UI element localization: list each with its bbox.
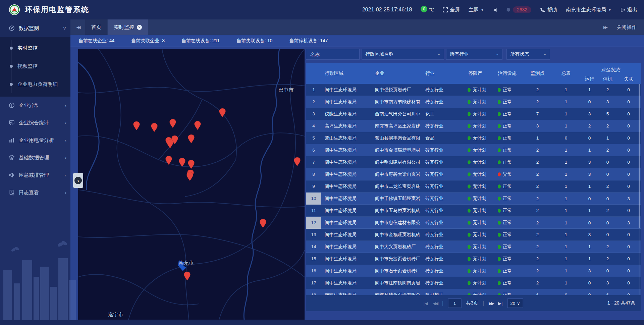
company-cell: 阆中大兴页岩机砖厂	[372, 244, 422, 250]
sidebar-item-logs[interactable]: 日志查看‹	[0, 184, 70, 201]
region-cell: 阆中生态环境局	[321, 268, 372, 274]
map-pin-icon[interactable]	[165, 156, 172, 165]
notification-count-badge: 2632	[513, 6, 531, 13]
table-row[interactable]: 5营山生态环境局营山县润丰肉食品有限食品无计划正常10010	[306, 132, 641, 144]
tabs-scroll-left-button[interactable]: ◀◀	[70, 19, 85, 35]
table-row[interactable]: 8阆中生态环境局阆中市枣碧大梁山页岩砖瓦行业无计划异常21300	[306, 168, 641, 180]
fullscreen-button[interactable]: 全屏	[443, 7, 460, 13]
industry-filter-select[interactable]: 所有行业 ∨	[446, 49, 502, 60]
limit-status-cell: 无计划	[463, 232, 493, 238]
page-size-select[interactable]: 20 ∨	[507, 299, 523, 308]
tab-home[interactable]: 首页	[85, 19, 107, 35]
monitor-point-cell: 2	[523, 160, 552, 165]
table-row[interactable]: 6阆中生态环境局阆中市金博瑞新型墙材砖瓦行业无计划正常21120	[306, 144, 641, 156]
sidebar-subitem-video[interactable]: 视频监控	[0, 57, 70, 75]
map-panel[interactable]: 巴中市南充市遂宁市 ‹	[78, 49, 305, 320]
green-dot-icon	[498, 112, 501, 116]
sidebar-item-company-stats[interactable]: 企业综合统计‹	[0, 114, 70, 131]
map-pin-icon[interactable]	[186, 172, 194, 181]
sidebar-item-emergency[interactable]: 应急减排管理‹	[0, 166, 70, 184]
sidebar-subitem-power-load[interactable]: 企业电力负荷明细	[0, 75, 70, 93]
table-row[interactable]: 3仪陇生态环境局西南油气田分公司川中化工无计划正常71350	[306, 108, 641, 120]
chevron-down-icon: ▼	[481, 8, 484, 12]
logout-button[interactable]: 退出	[620, 7, 637, 13]
status-filter-select[interactable]: 所有状态 ∨	[506, 49, 550, 60]
name-filter-input[interactable]	[310, 51, 356, 57]
sidebar-item-data-monitor[interactable]: 数据监测∨	[0, 19, 70, 37]
map-pin-icon[interactable]	[151, 123, 158, 132]
limit-status-cell: 无计划	[463, 244, 493, 250]
table-scrollbar[interactable]	[639, 84, 640, 295]
meter-cell: 1	[552, 244, 580, 249]
map-pin-icon[interactable]	[187, 160, 195, 169]
name-filter-field[interactable]	[306, 49, 360, 60]
run-count-cell: 0	[580, 220, 599, 225]
org-dropdown[interactable]: 南充市生态环境局▼	[566, 7, 611, 13]
pagination-range-label: 1 - 20 共47条	[607, 300, 635, 306]
mute-button[interactable]	[493, 8, 497, 12]
page-number-input[interactable]	[448, 299, 462, 308]
map-pin-icon[interactable]	[183, 271, 191, 281]
sidebar-subitem-realtime[interactable]: 实时监控	[0, 39, 70, 57]
scrollbar-thumb[interactable]	[639, 84, 640, 228]
map-pin-icon[interactable]	[259, 219, 267, 228]
prev-page-button[interactable]: ◀◀	[433, 301, 437, 306]
map-pin-icon[interactable]	[219, 108, 226, 117]
table-row[interactable]: 1阆中生态环境局阆中强锐页岩砖厂砖瓦行业无计划正常21120	[306, 84, 641, 96]
temperature-badge: 0 ℃	[421, 7, 434, 12]
table-row[interactable]: 13阆中生态环境局阆中市金福旺页岩机砖砖瓦行业无计划正常21300	[306, 229, 641, 241]
lost-count-cell: 0	[616, 172, 641, 177]
sidebar-item-company-abnormal[interactable]: 企业异常‹	[0, 97, 70, 114]
last-page-button[interactable]: ▶|	[498, 301, 502, 306]
table-row[interactable]: 2阆中生态环境局阆中市南方节能建材有砖瓦行业无计划正常21030	[306, 96, 641, 108]
industry-cell: 砖瓦行业	[422, 123, 463, 129]
first-page-button[interactable]: |◀	[424, 301, 428, 306]
table-row[interactable]: 7阆中生态环境局阆中明阳建材有限公司砖瓦行业无计划正常21300	[306, 156, 641, 168]
tabs-scroll-right-button[interactable]: ▶▶	[603, 25, 608, 30]
map-pin-icon[interactable]	[169, 119, 176, 128]
run-count-cell: 1	[580, 208, 599, 213]
map-pin-icon[interactable]	[293, 157, 301, 166]
green-dot-icon	[498, 197, 501, 201]
region-cell: 阆中生态环境局	[321, 220, 372, 226]
row-index-cell: 1	[306, 87, 321, 92]
green-dot-icon	[498, 136, 501, 140]
region-cell: 南部生态环境局	[321, 292, 372, 295]
table-row[interactable]: 18南部生态环境局南部县砖化页岩有限公建材加工无计划正常60060	[306, 289, 641, 295]
next-page-button[interactable]: ▶▶	[489, 301, 493, 306]
facility-status-cell: 正常	[493, 268, 523, 274]
table-row[interactable]: 4高坪生态环境局南充市高坪区王家店建砖瓦行业无计划正常31220	[306, 120, 641, 132]
industry-cell: 砖瓦行业	[422, 196, 463, 202]
company-cell: 阆中明阳建材有限公司	[372, 159, 422, 165]
help-button[interactable]: 帮助	[540, 7, 557, 13]
close-operations-button[interactable]: 关闭操作	[616, 24, 637, 31]
notification-button[interactable]: 2632	[506, 6, 531, 13]
table-row[interactable]: 12阆中生态环境局阆中市忠信建材有限公砖瓦行业无计划正常21003	[306, 217, 641, 229]
sidebar-item-base-data[interactable]: 基础数据管理‹	[0, 149, 70, 166]
region-cell: 阆中生态环境局	[321, 99, 372, 105]
limit-status-cell: 无计划	[463, 196, 493, 202]
table-row[interactable]: 15阆中生态环境局阆中市光富页岩机砖厂砖瓦行业无计划正常21120	[306, 253, 641, 265]
sidebar-item-power-analysis[interactable]: 企业用电量分析‹	[0, 131, 70, 149]
chevron-collapsed-icon: ‹	[65, 190, 66, 195]
table-row[interactable]: 11阆中生态环境局阆中市五马桥页岩机砖砖瓦行业无计划正常21120	[306, 205, 641, 217]
table-row[interactable]: 14阆中生态环境局阆中大兴页岩机砖厂砖瓦行业无计划正常21120	[306, 241, 641, 253]
map-collapse-button[interactable]: ‹	[73, 173, 83, 188]
tab-close-icon[interactable]: ✕	[137, 25, 142, 30]
map-pin-icon[interactable]	[194, 121, 201, 130]
region-cell: 仪陇生态环境局	[321, 111, 372, 117]
table-row[interactable]: 9阆中生态环境局阆中市二龙长宝页岩砖砖瓦行业无计划正常21120	[306, 180, 641, 193]
map-pin-icon[interactable]	[187, 134, 195, 144]
green-dot-icon	[498, 124, 501, 128]
theme-dropdown[interactable]: 主题▼	[469, 7, 484, 13]
table-row[interactable]: 17阆中生态环境局阆中市江南镇阆南页岩砖瓦行业无计划正常21030	[306, 277, 641, 289]
table-row[interactable]: 10阆中生态环境局阆中千佛镇五郎垭页岩砖瓦行业无计划正常21003	[306, 193, 641, 205]
region-filter-select[interactable]: 行政区域名称 ∨	[362, 49, 444, 60]
map-pin-icon[interactable]	[178, 158, 186, 167]
map-pin-icon[interactable]	[166, 139, 174, 149]
temperature-value: 0	[421, 6, 427, 12]
table-row[interactable]: 16阆中生态环境局阆中市石子页岩机砖厂砖瓦行业无计划正常21300	[306, 265, 641, 277]
tab-realtime-monitor[interactable]: 实时监控 ✕	[108, 19, 148, 35]
run-count-cell: 1	[580, 244, 599, 249]
map-pin-icon[interactable]	[133, 121, 140, 130]
